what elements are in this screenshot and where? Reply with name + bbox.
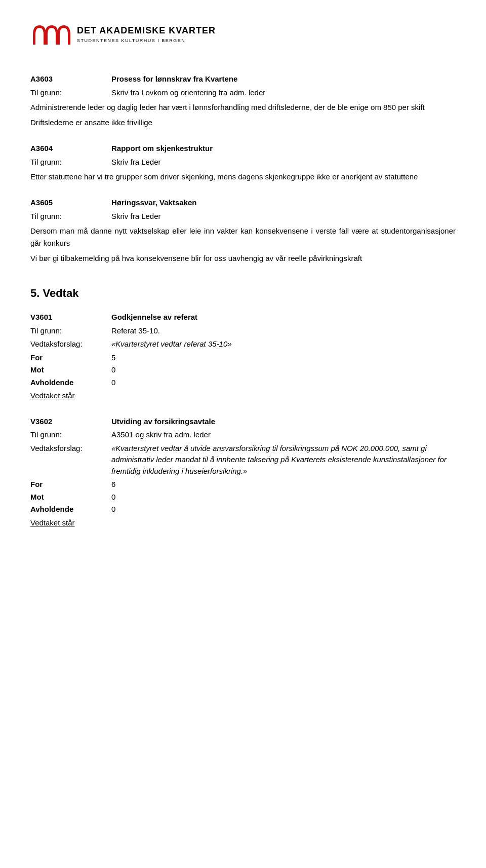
v3601-mot-value: 0: [111, 364, 115, 376]
v3602-mot-row: Mot 0: [30, 492, 456, 503]
v3602-for-row: For 6: [30, 479, 456, 490]
v3602-reason-label: Til grunn:: [30, 429, 111, 441]
a3605-reason-row: Til grunn: Skriv fra Leder: [30, 211, 456, 222]
a3603-reason-row: Til grunn: Skriv fra Lovkom og orienteri…: [30, 87, 456, 99]
a3603-body2: Driftslederne er ansatte ikke frivillige: [30, 117, 456, 129]
a3603-body: Administrerende leder og daglig leder ha…: [30, 101, 456, 114]
a3603-title-row: A3603 Prosess for lønnskrav fra Kvartene: [30, 73, 456, 85]
a3604-body: Etter statuttene har vi tre grupper som …: [30, 171, 456, 183]
agenda-item-a3603: A3603 Prosess for lønnskrav fra Kvartene…: [30, 73, 456, 129]
a3603-title: Prosess for lønnskrav fra Kvartene: [111, 73, 237, 85]
v3602-reason-text: A3501 og skriv fra adm. leder: [111, 429, 211, 441]
v3601-vedtaksforslag-label: Vedtaksforslag:: [30, 338, 111, 350]
v3602-vedtaksforslag-row: Vedtaksforslag: «Kvarterstyret vedtar å …: [30, 443, 456, 477]
v3601-reason-row: Til grunn: Referat 35-10.: [30, 325, 456, 337]
vedtak-v3602: V3602 Utviding av forsikringsavtale Til …: [30, 416, 456, 529]
v3601-mot-row: Mot 0: [30, 364, 456, 376]
a3604-reason-label: Til grunn:: [30, 157, 111, 168]
v3601-for-label: For: [30, 352, 111, 364]
a3605-body2: Vi bør gi tilbakemelding på hva konsekve…: [30, 252, 456, 265]
logo-icon: [30, 20, 71, 48]
a3605-id: A3605: [30, 197, 111, 209]
v3601-for-row: For 5: [30, 352, 456, 364]
v3601-vedtaksforslag-text: «Kvarterstyret vedtar referat 35-10»: [111, 338, 232, 350]
logo-text-block: DET AKADEMISKE KVARTER STUDENTENES KULTU…: [77, 24, 216, 45]
a3603-reason-label: Til grunn:: [30, 87, 111, 99]
v3601-for-value: 5: [111, 352, 115, 364]
v3602-id: V3602: [30, 416, 111, 428]
v3602-avholdende-value: 0: [111, 504, 115, 515]
v3601-reason-text: Referat 35-10.: [111, 325, 160, 337]
a3604-id: A3604: [30, 143, 111, 155]
v3602-reason-row: Til grunn: A3501 og skriv fra adm. leder: [30, 429, 456, 441]
v3602-mot-value: 0: [111, 492, 115, 503]
v3602-title-row: V3602 Utviding av forsikringsavtale: [30, 416, 456, 428]
v3601-avholdende-label: Avholdende: [30, 377, 111, 389]
v3601-title-row: V3601 Godkjennelse av referat: [30, 312, 456, 323]
v3601-reason-label: Til grunn:: [30, 325, 111, 337]
v3602-avholdende-row: Avholdende 0: [30, 504, 456, 515]
v3602-for-value: 6: [111, 479, 115, 490]
a3604-title-row: A3604 Rapport om skjenkestruktur: [30, 143, 456, 155]
a3605-reason-label: Til grunn:: [30, 211, 111, 222]
chapter5-title: 5. Vedtak: [30, 285, 456, 301]
v3602-vedtaksforslag-label: Vedtaksforslag:: [30, 443, 111, 477]
page-header: DET AKADEMISKE KVARTER STUDENTENES KULTU…: [30, 20, 456, 48]
a3605-body1: Dersom man må danne nytt vaktselskap ell…: [30, 225, 456, 249]
chapter5-heading: 5. Vedtak: [30, 285, 456, 301]
v3601-mot-label: Mot: [30, 364, 111, 376]
v3601-avholdende-value: 0: [111, 377, 115, 389]
logo-container: DET AKADEMISKE KVARTER STUDENTENES KULTU…: [30, 20, 216, 48]
a3604-title: Rapport om skjenkestruktur: [111, 143, 213, 155]
v3602-vedtaket-star: Vedtaket står: [30, 517, 456, 529]
agenda-item-a3605: A3605 Høringssvar, Vaktsaken Til grunn: …: [30, 197, 456, 265]
v3602-title: Utviding av forsikringsavtale: [111, 416, 215, 428]
v3601-title: Godkjennelse av referat: [111, 312, 197, 323]
agenda-item-a3604: A3604 Rapport om skjenkestruktur Til gru…: [30, 143, 456, 183]
v3601-vedtaket-star: Vedtaket står: [30, 390, 456, 402]
v3601-avholdende-row: Avholdende 0: [30, 377, 456, 389]
v3602-avholdende-label: Avholdende: [30, 504, 111, 515]
v3602-for-label: For: [30, 479, 111, 490]
a3603-reason-text: Skriv fra Lovkom og orientering fra adm.…: [111, 87, 265, 99]
v3602-mot-label: Mot: [30, 492, 111, 503]
a3605-title-row: A3605 Høringssvar, Vaktsaken: [30, 197, 456, 209]
logo-title: DET AKADEMISKE KVARTER: [77, 24, 216, 37]
a3604-reason-text: Skriv fra Leder: [111, 157, 161, 168]
v3602-vedtaksforslag-text: «Kvarterstyret vedtar å utvide ansvarsfo…: [111, 443, 456, 477]
logo-subtitle: STUDENTENES KULTURHUS I BERGEN: [77, 37, 216, 45]
a3603-id: A3603: [30, 73, 111, 85]
vedtak-v3601: V3601 Godkjennelse av referat Til grunn:…: [30, 312, 456, 402]
v3601-id: V3601: [30, 312, 111, 323]
a3604-reason-row: Til grunn: Skriv fra Leder: [30, 157, 456, 168]
a3605-reason-text: Skriv fra Leder: [111, 211, 161, 222]
v3601-vedtaksforslag-row: Vedtaksforslag: «Kvarterstyret vedtar re…: [30, 338, 456, 350]
a3605-title: Høringssvar, Vaktsaken: [111, 197, 196, 209]
